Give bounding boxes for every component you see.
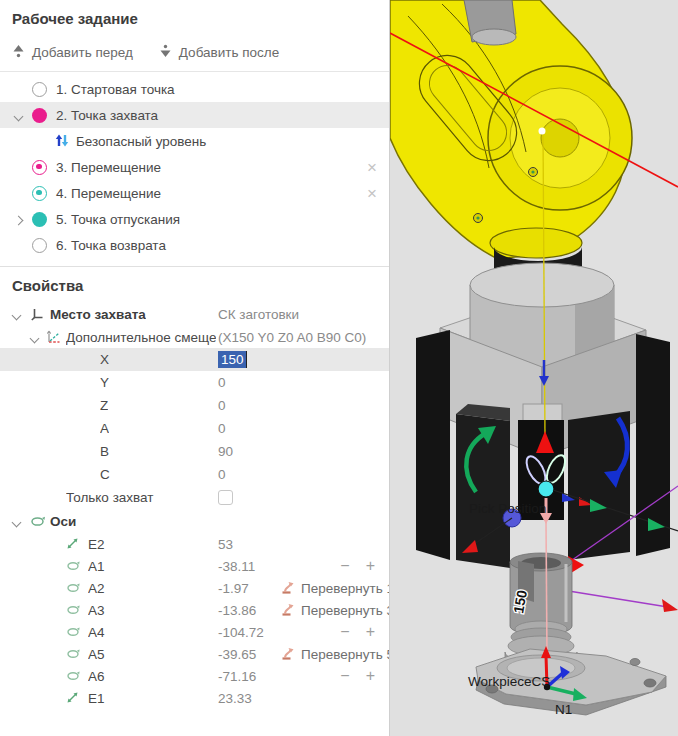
rotate-axes-icon — [30, 515, 45, 531]
flip-robot-icon — [280, 580, 296, 597]
properties-list: Место захвата СК заготовки Дополнительно… — [0, 302, 389, 709]
decrement-button[interactable]: − — [340, 624, 349, 640]
chevron-down-icon[interactable] — [29, 333, 39, 343]
task-item-move-4[interactable]: 4. Перемещение × — [0, 180, 389, 206]
linear-axis-icon — [66, 691, 79, 707]
increment-button[interactable]: + — [366, 668, 375, 684]
axis-e1-value[interactable]: 23.33 — [218, 691, 252, 706]
point-marker-outline — [32, 82, 47, 97]
properties-title: Свойства — [0, 267, 389, 294]
decrement-button[interactable]: − — [340, 668, 349, 684]
add-before-icon — [12, 44, 25, 61]
axis-a4-value[interactable]: -104.72 — [218, 625, 264, 640]
axis-row-a3[interactable]: A3 -13.86 Перевернуть 3 — [0, 599, 389, 621]
axis-a1-value[interactable]: -38.11 — [218, 559, 255, 574]
prop-coord-x[interactable]: X 150 — [0, 348, 389, 371]
add-after-label: Добавить после — [179, 45, 279, 60]
add-after-icon — [159, 44, 172, 61]
task-item-release-point[interactable]: 5. Точка отпускания — [0, 206, 389, 232]
safe-level-icon — [54, 133, 70, 151]
flip-1-button[interactable]: Перевернуть 1 — [280, 580, 390, 597]
prop-grip-place[interactable]: Место захвата СК заготовки — [0, 302, 389, 326]
decrement-button[interactable]: − — [340, 558, 349, 574]
axis-row-a5[interactable]: A5 -39.65 Перевернуть 5 — [0, 643, 389, 665]
app-window: Рабочее задание Добавить перед Добавить … — [0, 0, 678, 736]
chevron-down-icon[interactable] — [11, 310, 21, 320]
point-marker-magenta — [32, 108, 47, 123]
n1-label: N1 — [555, 702, 572, 717]
task-item-move-3[interactable]: 3. Перемещение × — [0, 154, 389, 180]
task-list: 1. Стартовая точка 2. Точка захвата Безо… — [0, 71, 389, 258]
flip-5-button[interactable]: Перевернуть 5 — [280, 646, 390, 663]
axis-a2-value[interactable]: -1.97 — [218, 581, 249, 596]
add-after-button[interactable]: Добавить после — [159, 44, 279, 61]
workpiece-cs-label: WorkpieceCS — [468, 674, 550, 689]
grip-place-value[interactable]: СК заготовки — [218, 307, 299, 322]
prop-coord-z[interactable]: Z 0 — [0, 394, 389, 417]
flip-robot-icon — [280, 646, 296, 663]
task-item-start-point[interactable]: 1. Стартовая точка — [0, 76, 389, 102]
add-before-button[interactable]: Добавить перед — [12, 44, 133, 61]
prop-coord-b[interactable]: B 90 — [0, 440, 389, 463]
offset-axes-icon — [46, 330, 61, 347]
task-item-return-point[interactable]: 6. Точка возврата — [0, 232, 389, 258]
axis-e2-value[interactable]: 53 — [218, 537, 233, 552]
rotary-axis-icon — [66, 648, 80, 663]
flip-robot-icon — [280, 602, 296, 619]
close-icon[interactable]: × — [367, 159, 377, 176]
task-panel-title: Рабочее задание — [0, 0, 389, 27]
rotary-axis-icon — [66, 582, 80, 597]
coord-y-value[interactable]: 0 — [218, 375, 226, 390]
rotary-axis-icon — [66, 670, 80, 685]
chevron-down-icon[interactable] — [11, 517, 21, 527]
radio-marker-teal — [32, 186, 47, 201]
axis-row-a1[interactable]: A1 -38.11 −+ — [0, 555, 389, 577]
coord-x-input[interactable]: 150 — [218, 351, 247, 368]
add-before-label: Добавить перед — [32, 45, 133, 60]
increment-button[interactable]: + — [366, 558, 375, 574]
close-icon[interactable]: × — [367, 185, 377, 202]
joint-center-dot — [539, 128, 546, 135]
point-marker-outline — [32, 238, 47, 253]
coord-b-value[interactable]: 90 — [218, 444, 233, 459]
task-toolbar: Добавить перед Добавить после — [12, 41, 389, 63]
increment-button[interactable]: + — [366, 624, 375, 640]
axis-row-e2[interactable]: E2 53 — [0, 533, 389, 555]
rotary-axis-icon — [66, 626, 80, 641]
chevron-right-icon[interactable] — [13, 215, 23, 225]
chevron-down-icon[interactable] — [13, 111, 23, 121]
rotary-axis-icon — [66, 604, 80, 619]
grip-only-checkbox[interactable] — [218, 490, 233, 505]
prop-coord-c[interactable]: C 0 — [0, 463, 389, 486]
axis-a3-value[interactable]: -13.86 — [218, 603, 256, 618]
axis-row-a2[interactable]: A2 -1.97 Перевернуть 1 — [0, 577, 389, 599]
axis-a6-value[interactable]: -71.16 — [218, 669, 256, 684]
rotary-axis-icon — [66, 560, 80, 575]
viewport-3d[interactable]: Pick Position WorkpieceCS N1 150 — [390, 0, 678, 736]
axis-row-a4[interactable]: A4 -104.72 −+ — [0, 621, 389, 643]
offset-value[interactable]: (X150 Y0 Z0 A0 B90 C0) — [218, 330, 366, 345]
flip-3-button[interactable]: Перевернуть 3 — [280, 602, 390, 619]
trace-line — [546, 520, 547, 658]
prop-coord-a[interactable]: A 0 — [0, 417, 389, 440]
prop-axes-header[interactable]: Оси — [0, 509, 389, 533]
coord-a-value[interactable]: 0 — [218, 421, 226, 436]
task-panel: Рабочее задание Добавить перед Добавить … — [0, 0, 390, 736]
coord-z-value[interactable]: 0 — [218, 398, 226, 413]
pick-position-label: Pick Position — [469, 501, 546, 516]
workpiece[interactable] — [476, 553, 666, 715]
prop-grip-only[interactable]: Только захват — [0, 486, 389, 509]
prop-offset[interactable]: Дополнительное смещение (X150 Y0 Z0 A0 B… — [0, 326, 389, 348]
point-marker-teal — [32, 212, 47, 227]
axis-row-e1[interactable]: E1 23.33 — [0, 687, 389, 709]
axis-row-a6[interactable]: A6 -71.16 −+ — [0, 665, 389, 687]
task-item-safe-level[interactable]: Безопасный уровень — [0, 128, 389, 154]
coordinate-system-icon — [30, 307, 44, 324]
linear-axis-icon — [66, 537, 79, 553]
robot-arm[interactable] — [390, 0, 632, 258]
coord-c-value[interactable]: 0 — [218, 467, 226, 482]
axis-a5-value[interactable]: -39.65 — [218, 647, 256, 662]
prop-coord-y[interactable]: Y 0 — [0, 371, 389, 394]
task-item-grip-point[interactable]: 2. Точка захвата — [0, 102, 389, 128]
radio-marker-magenta — [32, 160, 47, 175]
